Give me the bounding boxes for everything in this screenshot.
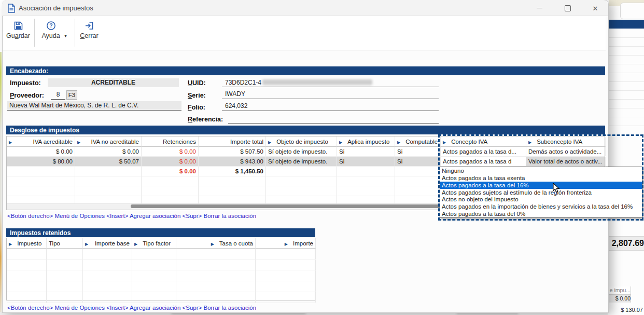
- serie-label: Serie:: [188, 92, 206, 99]
- background-left-sliver: [0, 52, 2, 315]
- uuid-redacted-blur: [262, 79, 372, 85]
- window-title: Asociación de impuestos: [19, 4, 93, 12]
- column-arrow-icon: [397, 139, 400, 145]
- column-header[interactable]: Importe base: [83, 238, 132, 249]
- close-button[interactable]: [586, 3, 604, 13]
- section-header-retenidos: Impuestos retenidos: [6, 228, 315, 237]
- impuesto-label: Impuesto:: [10, 79, 41, 87]
- uuid-value: 73D6D2C1-4: [225, 79, 261, 86]
- dropdown-option[interactable]: Actos pagados sujetos al estímulo de la …: [440, 189, 642, 196]
- minimize-button[interactable]: [530, 3, 548, 13]
- save-label: Guardar: [6, 32, 30, 39]
- dropdown-option[interactable]: Actos no objeto del impuesto: [440, 196, 642, 203]
- impuesto-field: ACREDITABLE: [48, 78, 179, 87]
- help-icon: ?: [46, 21, 56, 31]
- column-header[interactable]: IVA acreditable: [7, 136, 75, 147]
- column-header[interactable]: Computable: [395, 136, 441, 147]
- background-total-value: 2,807.69: [612, 239, 644, 248]
- column-arrow-icon: [77, 139, 80, 145]
- column-arrow-icon: [9, 240, 12, 246]
- empty-row: [7, 281, 315, 292]
- column-header[interactable]: Tipo: [47, 238, 83, 249]
- close-dialog-label: Cerrar: [80, 32, 98, 39]
- column-header[interactable]: Impuesto: [7, 238, 47, 249]
- column-header[interactable]: Subconcepto IVA: [526, 136, 606, 147]
- empty-row: [7, 259, 315, 270]
- column-header[interactable]: Importe total: [199, 136, 266, 147]
- desglose-hint: <Botón derecho> Menú de Opciones <Insert…: [7, 213, 256, 219]
- uuid-field[interactable]: 73D6D2C1-4: [222, 78, 439, 87]
- column-arrow-icon: [285, 240, 288, 246]
- background-cell-value: $ 0.00: [609, 295, 631, 303]
- column-header[interactable]: Concepto IVA: [441, 136, 526, 147]
- column-header[interactable]: Objeto de impuesto: [266, 136, 337, 147]
- save-icon: [13, 21, 23, 31]
- maximize-button[interactable]: [559, 3, 577, 13]
- retenidos-hint: <Botón derecho> Menú de Opciones <Insert…: [7, 305, 256, 311]
- column-arrow-icon: [85, 240, 88, 246]
- save-button[interactable]: Guardar: [6, 21, 30, 39]
- dropdown-option[interactable]: Actos pagados en la importación de biene…: [440, 203, 642, 210]
- column-header[interactable]: Tasa o cuota: [176, 238, 256, 249]
- screen: 2,807.69 e impu... $ 0.00 $ 130.07 Asoci…: [0, 0, 644, 315]
- column-header[interactable]: IVA no acreditable: [75, 136, 142, 147]
- concepto-iva-edit-cell[interactable]: Actos pagados a la tasa d: [441, 157, 526, 166]
- exit-icon: [85, 21, 94, 31]
- column-arrow-icon: [339, 139, 342, 145]
- column-arrow-icon: [9, 139, 12, 145]
- retenidos-table: Impuesto Tipo Importe base Tipo factor T…: [6, 238, 315, 300]
- proveedor-number-field[interactable]: 8: [51, 91, 65, 100]
- proveedor-label: Proveedor:: [10, 92, 44, 99]
- folio-field[interactable]: 624,032: [222, 102, 439, 111]
- svg-text:?: ?: [49, 22, 52, 29]
- referencia-field[interactable]: [228, 114, 439, 124]
- minimize-icon: [537, 8, 542, 8]
- mouse-cursor: [553, 183, 560, 193]
- column-arrow-icon: [268, 139, 271, 145]
- dropdown-option[interactable]: Actos pagados a la tasa exenta: [440, 174, 642, 182]
- table-row[interactable]: $ 0.00 $ 0.00 $ 0.00 $ 507.50 Sí objeto …: [7, 147, 605, 157]
- background-total: 2,807.69: [609, 236, 644, 251]
- column-arrow-icon: [528, 139, 531, 145]
- column-arrow-icon: [211, 240, 214, 246]
- help-dropdown-caret-icon[interactable]: [64, 30, 67, 39]
- maximize-icon: [565, 5, 571, 11]
- close-dialog-button[interactable]: Cerrar: [78, 21, 101, 39]
- folio-label: Folio:: [188, 104, 205, 111]
- background-cell-value: $ 130.07: [610, 306, 643, 313]
- empty-row: [7, 249, 315, 259]
- column-header[interactable]: Retenciones: [142, 136, 199, 147]
- f3-key-badge[interactable]: F3: [66, 90, 77, 100]
- background-grid-rows: [609, 29, 644, 131]
- desglose-header-row: IVA acreditable IVA no acreditable Reten…: [7, 136, 605, 147]
- dropdown-option[interactable]: Ninguno: [440, 167, 642, 174]
- toolbar-separator: [34, 19, 35, 47]
- column-header[interactable]: Aplica impuesto: [337, 136, 395, 147]
- referencia-label: Referencia:: [188, 116, 223, 123]
- section-header-encabezado: Encabezado:: [6, 66, 605, 75]
- column-arrow-icon: [443, 139, 446, 145]
- section-header-desglose: Desglose de impuestos: [6, 126, 605, 134]
- document-icon: [7, 4, 16, 13]
- column-header[interactable]: Importe: [256, 238, 316, 249]
- column-arrow-icon: [134, 240, 137, 246]
- serie-field[interactable]: IWADY: [222, 90, 439, 99]
- proveedor-name-field: Nueva Wal Mart de México, S. de R. L. de…: [7, 101, 181, 111]
- table-row-selected[interactable]: $ 80.00 $ 50.07 $ 0.00 $ 943.00 Sí objet…: [7, 157, 605, 167]
- column-header[interactable]: Tipo factor: [132, 238, 176, 249]
- empty-row: [7, 270, 315, 281]
- toolbar-separator: [75, 19, 75, 47]
- dropdown-option[interactable]: Actos pagados a la tasa del 0%: [440, 210, 642, 217]
- uuid-label: UUID:: [188, 79, 206, 87]
- concepto-iva-dropdown: Ninguno Actos pagados a la tasa exenta A…: [440, 167, 642, 218]
- background-column-header: e impu...: [609, 286, 631, 295]
- help-button[interactable]: ? Ayuda: [39, 21, 62, 39]
- retenidos-header-row: Impuesto Tipo Importe base Tipo factor T…: [7, 238, 315, 249]
- dropdown-option-selected[interactable]: Actos pagados a la tasa del 16%: [440, 182, 642, 189]
- empty-row: [7, 292, 315, 303]
- help-label: Ayuda: [41, 32, 60, 39]
- background-panel: [620, 3, 644, 19]
- close-icon: [593, 4, 598, 13]
- background-section-bar: [609, 20, 644, 29]
